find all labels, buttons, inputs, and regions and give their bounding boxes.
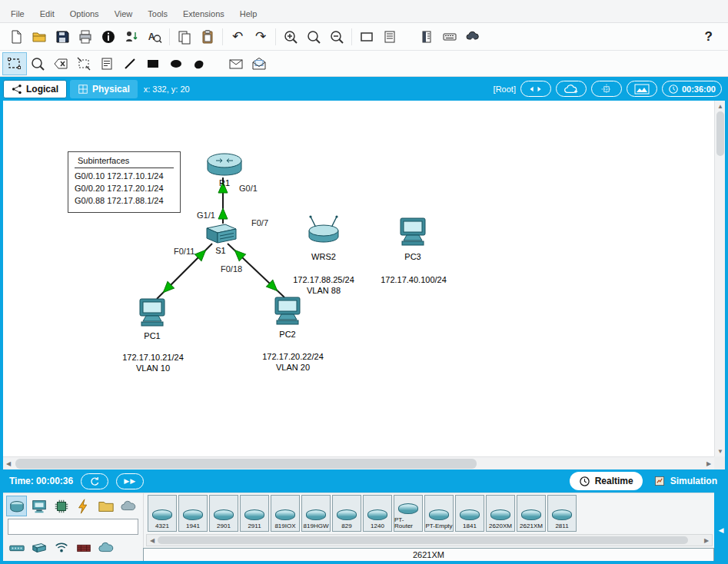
palette-model[interactable]: 2811 — [547, 495, 577, 532]
inspect-tool-button[interactable] — [26, 53, 49, 75]
zoom-out-button[interactable] — [325, 26, 348, 48]
multiuser-category[interactable] — [118, 496, 138, 516]
tab-physical[interactable]: Physical — [70, 80, 138, 98]
fast-forward-time-button[interactable]: ▶▶ — [116, 473, 144, 489]
packet-tracer-window: File Edit Options View Tools Extensions … — [0, 0, 728, 564]
move-object-button[interactable] — [591, 81, 622, 97]
simulation-mode-button[interactable]: Simulation — [649, 475, 722, 487]
new-cluster-button[interactable] — [556, 81, 587, 97]
device-switch-s1[interactable] — [202, 222, 239, 248]
set-tiled-background-button[interactable] — [627, 81, 657, 97]
draw-ellipse-tool-button[interactable] — [165, 53, 188, 75]
menu-file[interactable]: File — [3, 7, 32, 21]
navigation-button[interactable] — [520, 81, 551, 97]
components-category[interactable] — [51, 496, 71, 516]
wireless-devices-category[interactable] — [51, 537, 71, 558]
draw-rectangle-tool-button[interactable] — [141, 53, 165, 75]
scroll-down-arrow-icon[interactable]: ▼ — [715, 446, 726, 456]
palette-model[interactable]: 2620XM — [486, 495, 515, 532]
freeform-icon — [191, 56, 207, 71]
activity-wizard-button[interactable] — [120, 26, 143, 48]
switches-category[interactable] — [28, 537, 49, 558]
meta-info-button[interactable] — [97, 26, 120, 48]
command-log-button[interactable] — [438, 26, 461, 48]
scroll-up-arrow-icon[interactable]: ▲ — [715, 101, 726, 111]
print-button[interactable] — [74, 26, 97, 48]
palette-model[interactable]: 1941 — [178, 495, 208, 532]
palette-scrollbar[interactable]: ◀ ▶ — [146, 534, 713, 546]
device-wireless-router-wrs2[interactable] — [306, 214, 341, 249]
custom-devices-button[interactable] — [378, 26, 401, 48]
menu-extensions[interactable]: Extensions — [175, 7, 232, 21]
palette-model[interactable]: 2911 — [240, 495, 269, 532]
tab-logical[interactable]: Logical — [3, 80, 67, 98]
palette-model[interactable]: 2621XM — [517, 495, 546, 532]
palette-model[interactable]: 829 — [332, 495, 361, 532]
power-grid-category[interactable] — [73, 496, 94, 516]
zoom-reset-button[interactable] — [302, 26, 325, 48]
hubs-category[interactable] — [6, 537, 27, 558]
undo-button[interactable]: ↶ — [226, 26, 249, 48]
delete-tool-button[interactable] — [49, 53, 72, 75]
viewport-clock[interactable]: 00:36:00 — [662, 81, 722, 97]
category-name-box[interactable] — [8, 519, 138, 535]
power-cycle-button[interactable] — [81, 473, 108, 489]
misc-category[interactable] — [95, 496, 116, 516]
place-note-tool-button[interactable] — [95, 53, 118, 75]
network-devices-category[interactable] — [6, 496, 27, 516]
add-simple-pdu-button[interactable] — [224, 53, 248, 75]
wan-emulation-category[interactable] — [95, 537, 116, 558]
palette-model[interactable]: 2901 — [209, 495, 238, 532]
vertical-scroll-thumb[interactable] — [716, 111, 724, 156]
device-pc1[interactable] — [135, 297, 169, 331]
menu-edit[interactable]: Edit — [32, 7, 62, 21]
palette-model[interactable]: PT-Empty — [424, 495, 454, 532]
menu-options[interactable]: Options — [62, 7, 107, 21]
palette-scroll-left-icon[interactable]: ◀ — [147, 535, 158, 546]
palette-model[interactable]: 819IOX — [271, 495, 300, 532]
copy-button[interactable] — [173, 26, 196, 48]
canvas-vertical-scrollbar[interactable]: ▲ ▼ — [714, 101, 725, 456]
palette-scroll-thumb[interactable] — [158, 536, 688, 544]
palette-scroll-right-icon[interactable]: ▶ — [701, 535, 712, 546]
add-complex-pdu-button[interactable] — [248, 53, 271, 75]
topology-canvas[interactable]: Subinterfaces G0/0.10 172.17.10.1/24 G0/… — [3, 101, 714, 456]
save-file-button[interactable] — [51, 26, 74, 48]
vlan-label-pc1: VLAN 10 — [103, 363, 203, 373]
redo-button[interactable]: ↷ — [249, 26, 272, 48]
device-pc3[interactable] — [396, 217, 430, 250]
menu-help[interactable]: Help — [232, 7, 265, 21]
menu-view[interactable]: View — [107, 7, 141, 21]
device-pc2[interactable] — [271, 296, 304, 330]
security-category[interactable] — [73, 537, 94, 558]
palette-model[interactable]: 1841 — [455, 495, 484, 532]
horizontal-scroll-thumb[interactable] — [15, 459, 477, 469]
palette-model[interactable]: 4321 — [148, 495, 177, 532]
zoom-in-button[interactable] — [279, 26, 302, 48]
open-file-button[interactable] — [28, 26, 51, 48]
realtime-mode-button[interactable]: Realtime — [570, 472, 643, 490]
resize-shape-tool-button[interactable] — [72, 53, 95, 75]
palette-model[interactable]: PT-Router — [394, 495, 423, 532]
palette-model[interactable]: 1240 — [363, 495, 392, 532]
scroll-right-arrow-icon[interactable]: ▶ — [703, 458, 714, 469]
paste-button[interactable] — [196, 26, 219, 48]
font-settings-button[interactable]: A — [143, 26, 166, 48]
draw-freeform-tool-button[interactable] — [188, 53, 211, 75]
scroll-left-arrow-icon[interactable]: ◀ — [3, 458, 14, 469]
subinterfaces-note[interactable]: Subinterfaces G0/0.10 172.17.10.1/24 G0/… — [68, 151, 181, 213]
network-description-button[interactable] — [415, 26, 438, 48]
palette-model[interactable]: 819HGW — [301, 495, 331, 532]
collapse-panel-button[interactable]: ◀ — [716, 523, 726, 538]
device-router-r1[interactable] — [206, 150, 243, 182]
new-file-button[interactable] — [5, 26, 28, 48]
upload-cloud-button[interactable] — [461, 26, 484, 48]
select-tool-button[interactable] — [3, 53, 26, 75]
end-devices-category[interactable] — [28, 496, 49, 516]
root-breadcrumb[interactable]: [Root] — [494, 85, 516, 94]
draw-line-tool-button[interactable] — [118, 53, 141, 75]
canvas-horizontal-scrollbar[interactable]: ◀ ▶ — [3, 456, 714, 469]
help-button[interactable]: ? — [705, 29, 713, 45]
menu-tools[interactable]: Tools — [140, 7, 175, 21]
drawing-palette-button[interactable] — [355, 26, 378, 48]
